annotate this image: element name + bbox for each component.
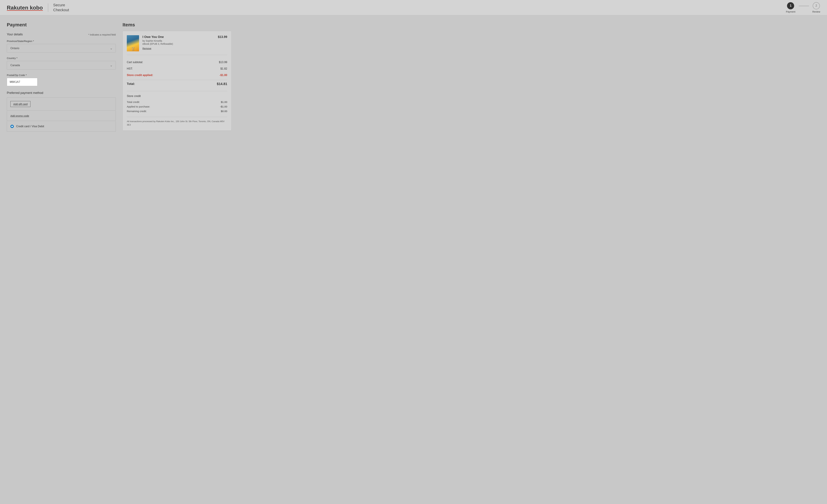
totals-section: Cart subtotal: $13.99 HST: $1.82 Store c… (127, 58, 227, 88)
logo-rakuten: Rakuten (7, 5, 28, 11)
step-2-label: Review (812, 10, 820, 13)
payment-method-section: Preferred payment method Add gift card A… (7, 91, 116, 132)
hst-row: HST: $1.82 (127, 65, 227, 72)
item-remove-button[interactable]: Remove (142, 47, 151, 50)
gift-card-box[interactable]: Add gift card (7, 98, 116, 111)
items-box: I OweYouOne I Owe You One by Sophie Kins… (123, 31, 232, 131)
add-gift-card-button[interactable]: Add gift card (10, 101, 31, 107)
your-details-label: Your details (7, 33, 22, 36)
province-select-wrapper[interactable]: Ontario ⌄ (7, 44, 116, 53)
total-row: Total: $14.81 (127, 80, 227, 88)
checkout-steps: 1 Payment 2 Review (786, 2, 820, 13)
step-1-label: Payment (786, 10, 795, 13)
country-select[interactable]: Canada (7, 61, 115, 69)
promo-box[interactable]: Add promo code (7, 111, 116, 121)
step-1-circle: 1 (787, 2, 794, 9)
header-divider (48, 3, 48, 12)
cart-subtotal-value: $13.99 (219, 61, 227, 64)
store-credit-section: Store credit Total credit: $1.00 Applied… (127, 91, 227, 113)
applied-to-purchase-value: -$1.00 (220, 105, 227, 108)
item-row: I OweYouOne I Owe You One by Sophie Kins… (127, 35, 227, 55)
country-select-wrapper[interactable]: Canada ⌄ (7, 61, 116, 69)
credit-card-label: Credit card / Visa Debit (16, 125, 44, 128)
total-credit-row: Total credit: $1.00 (127, 100, 227, 104)
remaining-credit-label: Remaining credit: (127, 110, 147, 113)
book-cover: I OweYouOne (127, 35, 139, 51)
radio-inner (11, 126, 13, 127)
item-details: I Owe You One by Sophie Kinsella eBook (… (142, 35, 214, 50)
postal-label: Postal/Zip Code * (7, 74, 116, 76)
province-label: Province/State/Region * (7, 40, 116, 43)
store-credit-applied-label: Store credit applied: (127, 74, 153, 77)
item-format: eBook (EPUB 3, Reflowable) (142, 43, 214, 45)
secure-checkout-label: Secure Checkout (53, 3, 69, 12)
preferred-payment-label: Preferred payment method (7, 91, 116, 95)
item-price: $13.99 (218, 35, 227, 39)
total-credit-label: Total credit: (127, 101, 140, 103)
total-value: $14.81 (217, 82, 227, 86)
country-label: Country * (7, 57, 116, 60)
applied-to-purchase-row: Applied to purchase: -$1.00 (127, 104, 227, 109)
store-credit-applied-value: -$1.00 (220, 74, 227, 77)
total-credit-value: $1.00 (221, 101, 227, 103)
payment-title: Payment (7, 22, 116, 27)
store-credit-title: Store credit (127, 95, 227, 98)
your-details-header: Your details * indicates a required fiel… (7, 33, 116, 36)
logo-kobo: kobo (30, 5, 43, 11)
credit-card-radio[interactable] (10, 125, 14, 128)
items-section: Items I OweYouOne I Owe You One by Sophi… (123, 22, 232, 132)
remaining-credit-value: $0.00 (221, 110, 227, 113)
postal-input[interactable] (7, 78, 38, 86)
hst-label: HST: (127, 67, 133, 70)
postal-field-group: Postal/Zip Code * (7, 74, 116, 86)
header: Rakuten kobo Secure Checkout 1 Payment 2… (0, 0, 827, 15)
country-field-group: Country * Canada ⌄ (7, 57, 116, 69)
total-label: Total: (127, 82, 135, 86)
store-credit-applied-row: Store credit applied: -$1.00 (127, 72, 227, 78)
credit-card-box[interactable]: Credit card / Visa Debit (7, 121, 116, 132)
required-note: * indicates a required field (88, 33, 116, 36)
logo[interactable]: Rakuten kobo (7, 5, 43, 11)
header-left: Rakuten kobo Secure Checkout (7, 3, 69, 12)
transaction-note: All transactions processed by Rakuten Ko… (127, 117, 227, 126)
cart-subtotal-row: Cart subtotal: $13.99 (127, 59, 227, 65)
items-title: Items (123, 22, 232, 27)
payment-section: Payment Your details * indicates a requi… (7, 22, 116, 132)
step-connector (799, 6, 809, 6)
add-promo-link[interactable]: Add promo code (10, 114, 29, 117)
province-field-group: Province/State/Region * Ontario ⌄ (7, 40, 116, 53)
item-author: by Sophie Kinsella (142, 40, 214, 42)
province-select[interactable]: Ontario (7, 44, 115, 52)
remaining-credit-row: Remaining credit: $0.00 (127, 109, 227, 113)
step-2-circle: 2 (813, 2, 820, 9)
applied-to-purchase-label: Applied to purchase: (127, 105, 150, 108)
main-content: Payment Your details * indicates a requi… (0, 15, 238, 138)
hst-value: $1.82 (221, 67, 227, 70)
item-title: I Owe You One (142, 35, 214, 39)
step-payment[interactable]: 1 Payment (786, 2, 795, 13)
cart-subtotal-label: Cart subtotal: (127, 61, 143, 64)
step-review[interactable]: 2 Review (812, 2, 820, 13)
